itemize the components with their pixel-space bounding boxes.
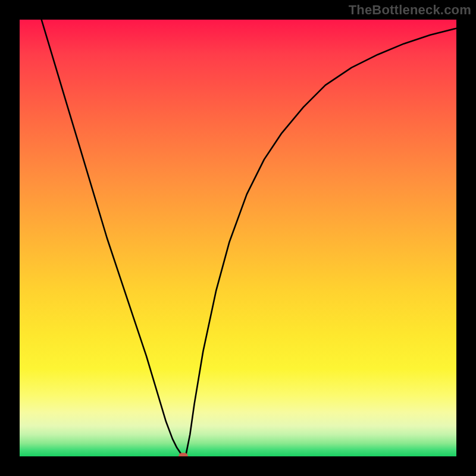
chart-frame: TheBottleneck.com	[0, 0, 476, 476]
curve-svg	[20, 20, 456, 456]
bottleneck-curve	[20, 20, 456, 456]
plot-area	[20, 20, 456, 456]
optimal-marker	[178, 453, 188, 456]
watermark-text: TheBottleneck.com	[349, 2, 471, 18]
